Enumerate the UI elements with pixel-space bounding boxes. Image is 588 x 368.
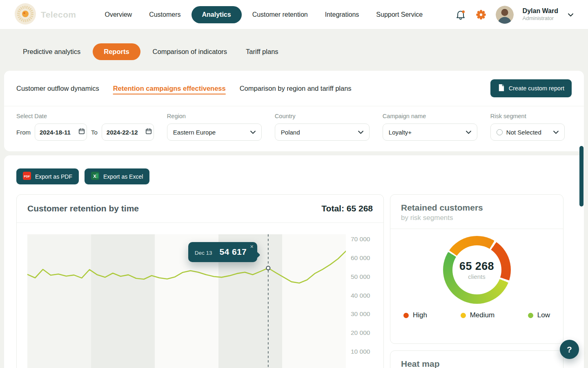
telecom-logo-icon xyxy=(15,3,36,26)
notifications-bell-icon[interactable] xyxy=(455,9,466,20)
close-icon[interactable]: ✕ xyxy=(250,244,254,249)
y-axis-tick: 10 000 xyxy=(351,348,370,355)
chevron-down-icon xyxy=(466,128,471,136)
right-column: Retained customers by risk segments 65 2… xyxy=(390,194,564,368)
total-value: 65 268 xyxy=(347,204,373,213)
legend-dot xyxy=(461,313,466,318)
tooltip-value: 54 617 xyxy=(220,247,247,257)
legend-item-low: Low xyxy=(528,311,550,319)
calendar-icon[interactable] xyxy=(78,128,85,137)
y-axis-tick: 50 000 xyxy=(351,273,370,280)
nav-item-support-service[interactable]: Support Service xyxy=(370,7,429,23)
chart-body: Dec 13 54 617 ✕ 70 00060 00050 00040 000… xyxy=(17,223,383,368)
document-icon xyxy=(498,84,505,93)
filter-region: Region Eastern Europe xyxy=(167,113,262,141)
main-nav: Overview Customers Analytics Customer re… xyxy=(98,6,429,23)
excel-file-icon: X xyxy=(91,172,99,181)
campaign-select[interactable]: Loyalty+ xyxy=(383,123,477,141)
export-pdf-button[interactable]: PDF Export as PDF xyxy=(16,168,79,184)
brand-logo[interactable]: Telecom xyxy=(15,3,76,26)
y-axis-tick: 40 000 xyxy=(351,292,370,299)
y-axis-tick: 30 000 xyxy=(351,310,370,318)
retention-line-chart[interactable] xyxy=(27,234,346,368)
panel-title: Retained customers xyxy=(401,203,552,213)
radio-circle-icon xyxy=(497,129,503,135)
date-from-value[interactable] xyxy=(40,129,75,136)
date-to-input[interactable] xyxy=(102,123,154,141)
create-custom-report-button[interactable]: Create custom report xyxy=(490,79,572,97)
legend-item-medium: Medium xyxy=(461,311,494,319)
svg-text:X: X xyxy=(93,174,96,179)
risk-donut: 65 268 clients xyxy=(443,236,511,304)
navbar-actions: Dylan Ward Administrator xyxy=(455,6,573,24)
region-select[interactable]: Eastern Europe xyxy=(167,123,262,141)
user-avatar[interactable] xyxy=(496,6,514,24)
user-role: Administrator xyxy=(523,15,558,22)
help-button[interactable]: ? xyxy=(560,340,579,359)
analytics-tabs: Predictive analytics Reports Comparison … xyxy=(4,29,584,71)
chart-tooltip: Dec 13 54 617 ✕ xyxy=(188,242,257,262)
filter-risk-segment: Risk segment Not Selected xyxy=(490,113,565,141)
nav-item-customers[interactable]: Customers xyxy=(143,7,187,23)
filter-select-date: Select Date From To xyxy=(16,113,154,141)
to-label: To xyxy=(91,129,98,136)
report-filters-card: Customer outflow dynamics Retention camp… xyxy=(4,71,584,151)
retained-customers-card: Retained customers by risk segments 65 2… xyxy=(390,194,564,344)
top-navbar: Telecom Overview Customers Analytics Cus… xyxy=(0,0,588,29)
nav-item-integrations[interactable]: Integrations xyxy=(318,7,366,23)
legend-dot xyxy=(528,313,533,318)
date-to-value[interactable] xyxy=(107,129,142,136)
chart-title: Customer retention by time xyxy=(27,204,139,213)
y-axis-labels: 70 00060 00050 00040 00030 00020 00010 0… xyxy=(351,234,376,368)
date-from-input[interactable] xyxy=(35,123,87,141)
heat-map-card: Heat map customers distribution by regio… xyxy=(390,350,564,368)
filter-label: Region xyxy=(167,113,262,119)
scrollbar-thumb[interactable] xyxy=(579,146,584,206)
settings-gear-icon[interactable] xyxy=(475,9,487,20)
filters-row: Select Date From To xyxy=(4,106,584,151)
filter-label: Risk segment xyxy=(490,113,565,119)
donut-total-label: clients xyxy=(468,273,486,280)
filter-label: Campaign name xyxy=(383,113,477,119)
donut-total-value: 65 268 xyxy=(459,260,494,273)
tab-reports[interactable]: Reports xyxy=(93,43,140,60)
tooltip-date: Dec 13 xyxy=(195,250,212,256)
export-excel-button[interactable]: X Export as Excel xyxy=(85,168,149,184)
risk-legend: High Medium Low xyxy=(390,307,563,319)
retention-by-time-card: Customer retention by time Total: 65 268… xyxy=(16,194,384,368)
chevron-down-icon xyxy=(358,128,363,136)
country-select[interactable]: Poland xyxy=(275,123,370,141)
panel-subtitle: by risk segments xyxy=(401,214,552,222)
filter-label: Select Date xyxy=(16,113,154,119)
chevron-down-icon[interactable] xyxy=(568,11,573,18)
pdf-file-icon: PDF xyxy=(23,172,31,181)
calendar-icon[interactable] xyxy=(145,128,152,137)
filter-country: Country Poland xyxy=(275,113,370,141)
nav-item-customer-retention[interactable]: Customer retention xyxy=(246,7,314,23)
chevron-down-icon xyxy=(553,128,559,136)
chevron-down-icon xyxy=(250,128,256,136)
chart-total: Total: 65 268 xyxy=(321,204,373,213)
y-axis-tick: 60 000 xyxy=(351,254,370,262)
heat-map-title: Heat map xyxy=(401,359,552,368)
legend-item-high: High xyxy=(403,311,427,319)
nav-item-overview[interactable]: Overview xyxy=(98,7,138,23)
svg-text:PDF: PDF xyxy=(24,175,30,178)
page-content: Predictive analytics Reports Comparison … xyxy=(0,29,588,368)
tab-comparison-of-indicators[interactable]: Comparison of indicators xyxy=(146,44,234,60)
user-menu[interactable]: Dylan Ward Administrator xyxy=(523,7,558,22)
subtab-comparison-by-region[interactable]: Comparison by region and tariff plans xyxy=(240,85,352,92)
nav-item-analytics[interactable]: Analytics xyxy=(192,6,242,23)
subtab-customer-outflow-dynamics[interactable]: Customer outflow dynamics xyxy=(16,85,99,92)
from-label: From xyxy=(16,129,31,136)
tab-tariff-plans[interactable]: Tariff plans xyxy=(239,44,285,60)
tab-predictive-analytics[interactable]: Predictive analytics xyxy=(16,44,87,60)
report-subtabs: Customer outflow dynamics Retention camp… xyxy=(4,71,584,106)
report-main-card: PDF Export as PDF X Export as Excel Cust… xyxy=(4,155,584,368)
filter-label: Country xyxy=(275,113,370,119)
export-toolbar: PDF Export as PDF X Export as Excel xyxy=(16,168,572,184)
legend-dot xyxy=(403,313,409,318)
subtab-retention-campaigns-effectiveness[interactable]: Retention campaigns effectiveness xyxy=(113,85,226,92)
filter-campaign-name: Campaign name Loyalty+ xyxy=(383,113,477,141)
risk-segment-select[interactable]: Not Selected xyxy=(490,123,565,141)
